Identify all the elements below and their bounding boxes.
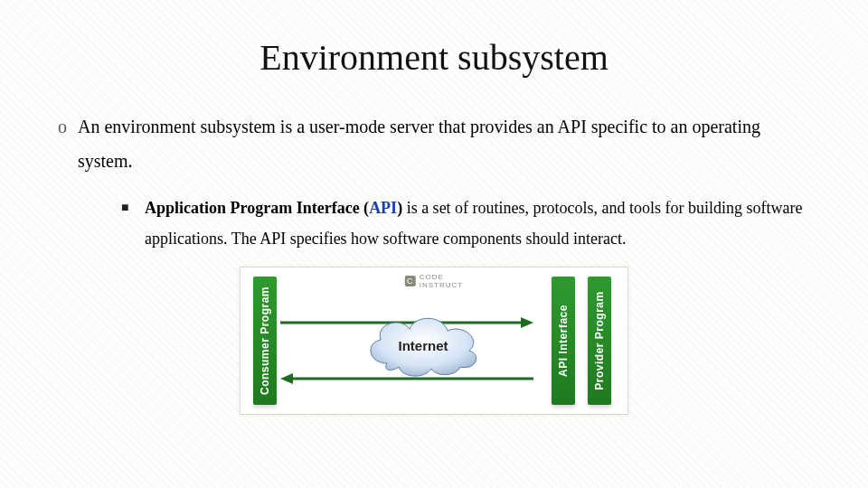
logo-line-1: CODE: [420, 273, 444, 281]
bullet-marker-circle: o: [58, 109, 78, 178]
api-link: API: [369, 199, 397, 217]
diagram-api-label: API Interface: [557, 305, 570, 377]
logo-icon: C: [405, 276, 416, 286]
diagram-consumer-bar: Consumer Program: [253, 277, 277, 405]
bullet-level-1: o An environment subsystem is a user-mod…: [58, 109, 814, 178]
api-diagram: C CODE INSTRUCT Consumer Program API Int…: [240, 267, 628, 415]
slide-title: Environment subsystem: [54, 36, 814, 79]
svg-marker-3: [280, 373, 293, 384]
api-term-prefix: Application Program Interface (: [145, 199, 369, 217]
diagram-api-bar: API Interface: [552, 277, 575, 405]
svg-marker-1: [521, 317, 533, 328]
bullet-level-2: ■ Application Program Interface (API) is…: [121, 192, 814, 254]
diagram-consumer-label: Consumer Program: [259, 286, 271, 395]
bullet-text: An environment subsystem is a user-mode …: [78, 109, 814, 178]
bullet-marker-square: ■: [121, 192, 145, 254]
cloud-icon: Internet: [355, 307, 491, 383]
logo-line-2: INSTRUCT: [420, 281, 463, 289]
diagram-center-label: Internet: [398, 339, 448, 354]
bullet-text: Application Program Interface (API) is a…: [145, 192, 814, 254]
diagram-provider-label: Provider Program: [593, 292, 606, 390]
diagram-provider-bar: Provider Program: [588, 277, 611, 405]
diagram-logo: C CODE INSTRUCT: [405, 273, 463, 289]
slide: Environment subsystem o An environment s…: [0, 0, 868, 488]
